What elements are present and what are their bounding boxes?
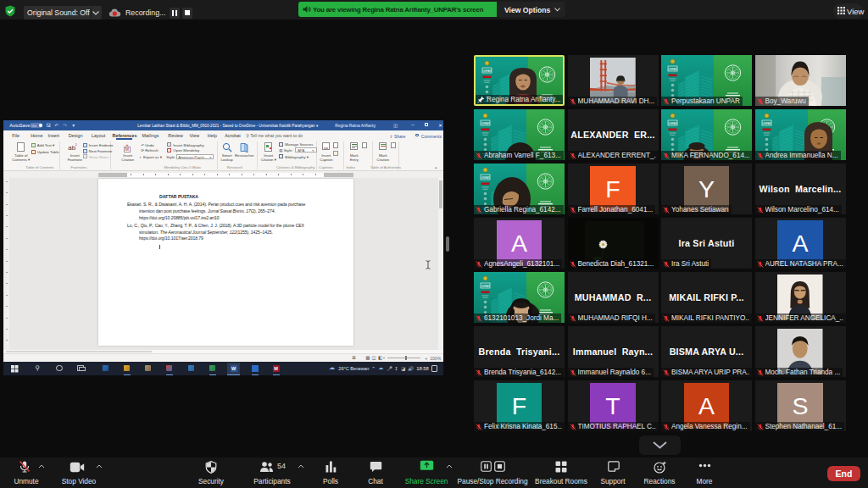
svg-text:UNPAR: UNPAR [668,122,677,125]
svg-text:UNPAR: UNPAR [481,285,490,288]
svg-text:UNPAR: UNPAR [762,122,771,125]
svg-text:UNPAR: UNPAR [482,69,492,73]
svg-text:UNPAR: UNPAR [668,68,677,71]
svg-text:UNPAR: UNPAR [481,122,490,125]
svg-text:UNPAR: UNPAR [481,176,490,180]
